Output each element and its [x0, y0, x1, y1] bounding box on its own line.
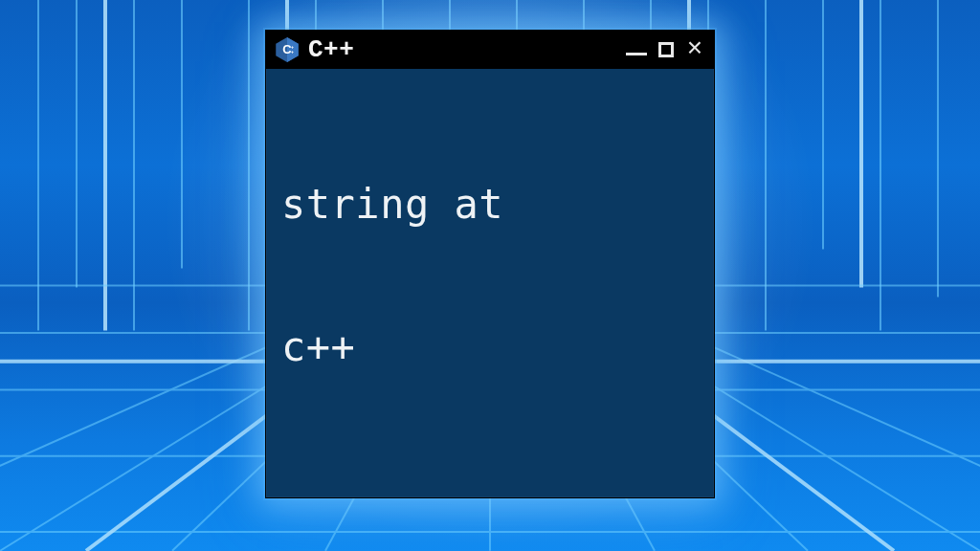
window-titlebar[interactable]: C + + C++ ×: [266, 31, 714, 69]
svg-text:C: C: [282, 42, 291, 56]
minimize-icon[interactable]: [626, 38, 647, 61]
window-title: C++: [308, 35, 618, 64]
cpp-logo-icon: C + +: [274, 36, 301, 63]
content-line: string at: [281, 181, 699, 229]
window-content: string at c++: [266, 69, 714, 482]
content-line: c++: [281, 323, 699, 371]
close-icon[interactable]: ×: [685, 34, 704, 61]
maximize-icon[interactable]: [657, 40, 676, 59]
window-controls: ×: [626, 36, 704, 63]
terminal-window: C + + C++ × string at c++: [265, 30, 715, 498]
svg-text:+: +: [291, 49, 294, 55]
